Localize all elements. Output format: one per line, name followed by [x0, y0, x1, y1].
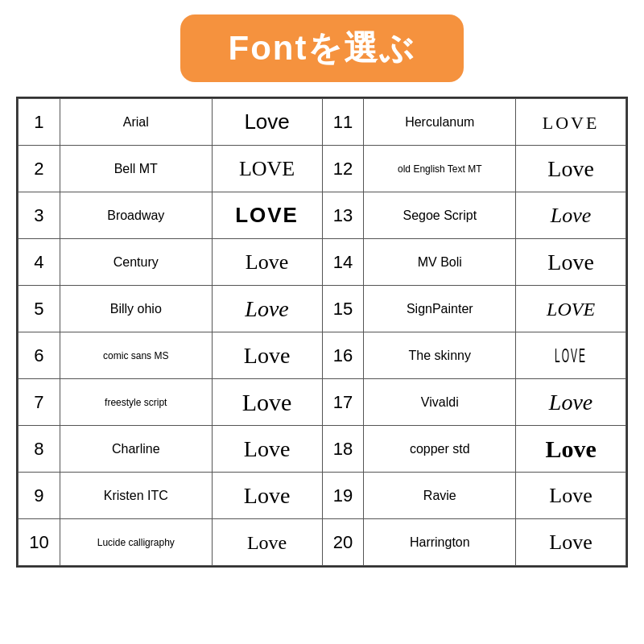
font-sample-4[interactable]: Love: [212, 239, 322, 286]
row-num-20: 20: [322, 519, 364, 566]
font-sample-15[interactable]: LOVE: [516, 286, 626, 332]
table-row: 4 Century Love 14 MV Boli Love: [19, 239, 626, 286]
row-num-12: 12: [322, 146, 364, 192]
font-sample-17[interactable]: Love: [516, 379, 626, 426]
row-num-15: 15: [322, 286, 364, 332]
row-num-9: 9: [19, 473, 60, 519]
font-sample-16[interactable]: LOVE: [516, 332, 626, 379]
font-name-17: Vivaldi: [364, 379, 516, 426]
font-name-5: Billy ohio: [60, 286, 212, 332]
header-banner: Fontを選ぶ: [180, 14, 464, 82]
font-sample-5[interactable]: Love: [212, 286, 322, 332]
row-num-14: 14: [322, 239, 364, 286]
row-num-17: 17: [322, 379, 364, 426]
font-name-18: copper std: [364, 426, 516, 473]
row-num-4: 4: [19, 239, 60, 286]
font-name-8: Charline: [60, 426, 212, 473]
font-name-4: Century: [60, 239, 212, 286]
font-name-2: Bell MT: [60, 146, 212, 192]
row-num-6: 6: [19, 332, 60, 379]
row-num-18: 18: [322, 426, 364, 473]
row-num-16: 16: [322, 332, 364, 379]
font-sample-2[interactable]: LOVE: [212, 146, 322, 192]
row-num-10: 10: [19, 519, 60, 566]
row-num-13: 13: [322, 192, 364, 239]
row-num-7: 7: [19, 379, 60, 426]
font-name-12: old English Text MT: [364, 146, 516, 192]
font-name-10: Lucide calligraphy: [60, 519, 212, 566]
font-sample-20[interactable]: Love: [516, 519, 626, 566]
font-name-6: comic sans MS: [60, 332, 212, 379]
table-row: 2 Bell MT LOVE 12 old English Text MT Lo…: [19, 146, 626, 192]
font-sample-7[interactable]: Love: [212, 379, 322, 426]
row-num-8: 8: [19, 426, 60, 473]
font-sample-6[interactable]: Love: [212, 332, 322, 379]
font-name-15: SignPainter: [364, 286, 516, 332]
font-sample-8[interactable]: Love: [212, 426, 322, 473]
table-row: 7 freestyle script Love 17 Vivaldi Love: [19, 379, 626, 426]
font-name-19: Ravie: [364, 473, 516, 519]
font-name-9: Kristen ITC: [60, 473, 212, 519]
font-sample-12[interactable]: Love: [516, 146, 626, 192]
font-name-7: freestyle script: [60, 379, 212, 426]
table-row: 9 Kristen ITC Love 19 Ravie Love: [19, 473, 626, 519]
row-num-2: 2: [19, 146, 60, 192]
table-row: 6 comic sans MS Love 16 The skinny LOVE: [19, 332, 626, 379]
font-sample-1[interactable]: Love: [212, 99, 322, 146]
font-table-container: 1 Arial Love 11 Herculanum LOVE 2 Bell M…: [16, 97, 628, 568]
font-name-11: Herculanum: [364, 99, 516, 146]
row-num-19: 19: [322, 473, 364, 519]
font-name-1: Arial: [60, 99, 212, 146]
row-num-5: 5: [19, 286, 60, 332]
font-name-3: Broadway: [60, 192, 212, 239]
row-num-11: 11: [322, 99, 364, 146]
page-title: Fontを選ぶ: [229, 26, 416, 71]
table-row: 10 Lucide calligraphy Love 20 Harrington…: [19, 519, 626, 566]
table-row: 3 Broadway LOVE 13 Segoe Script Love: [19, 192, 626, 239]
font-name-20: Harrington: [364, 519, 516, 566]
table-row: 8 Charline Love 18 copper std Love: [19, 426, 626, 473]
font-sample-9[interactable]: Love: [212, 473, 322, 519]
table-row: 5 Billy ohio Love 15 SignPainter LOVE: [19, 286, 626, 332]
table-row: 1 Arial Love 11 Herculanum LOVE: [19, 99, 626, 146]
font-name-14: MV Boli: [364, 239, 516, 286]
font-sample-10[interactable]: Love: [212, 519, 322, 566]
font-sample-14[interactable]: Love: [516, 239, 626, 286]
font-sample-13[interactable]: Love: [516, 192, 626, 239]
row-num-3: 3: [19, 192, 60, 239]
font-sample-19[interactable]: Love: [516, 473, 626, 519]
font-sample-18[interactable]: Love: [516, 426, 626, 473]
row-num-1: 1: [19, 99, 60, 146]
font-name-13: Segoe Script: [364, 192, 516, 239]
font-name-16: The skinny: [364, 332, 516, 379]
font-table: 1 Arial Love 11 Herculanum LOVE 2 Bell M…: [18, 98, 626, 566]
font-sample-11[interactable]: LOVE: [516, 99, 626, 146]
font-sample-3[interactable]: LOVE: [212, 192, 322, 239]
